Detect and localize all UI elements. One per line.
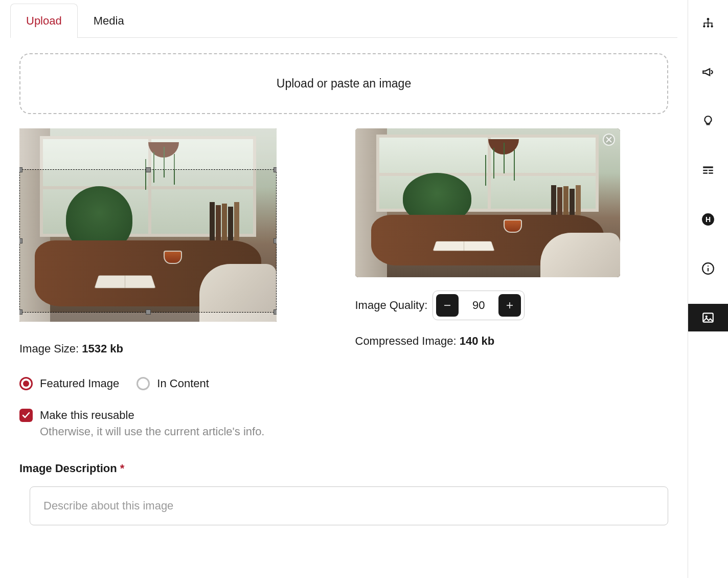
rows-icon xyxy=(701,164,715,177)
lightbulb-icon xyxy=(701,115,715,128)
close-icon xyxy=(606,137,612,143)
crop-handle-ml[interactable] xyxy=(19,238,22,243)
svg-rect-6 xyxy=(704,23,705,25)
quality-value: 90 xyxy=(461,299,496,312)
placement-radio-group: Featured Image In Content xyxy=(10,377,677,390)
svg-rect-13 xyxy=(703,170,708,171)
headings-button[interactable]: H xyxy=(688,206,728,233)
sitemap-button[interactable] xyxy=(688,9,728,37)
right-sidebar: H xyxy=(688,0,728,578)
upload-dropzone[interactable]: Upload or paste an image xyxy=(19,53,668,114)
image-size-value: 1532 kb xyxy=(82,342,123,355)
svg-point-10 xyxy=(707,25,709,27)
svg-rect-16 xyxy=(709,172,713,173)
svg-point-21 xyxy=(708,265,709,266)
sections-button[interactable] xyxy=(688,157,728,184)
svg-point-23 xyxy=(706,316,708,318)
reusable-hint: Otherwise, it will use the current artic… xyxy=(10,422,677,438)
compressed-size-value: 140 kb xyxy=(460,335,495,347)
description-label: Image Description * xyxy=(10,462,677,475)
svg-point-9 xyxy=(703,25,705,27)
announce-button[interactable] xyxy=(688,58,728,86)
crop-shade xyxy=(19,128,277,169)
radio-label: In Content xyxy=(157,377,209,390)
compressed-size-line: Compressed Image: 140 kb xyxy=(355,335,669,348)
radio-dot-icon xyxy=(19,377,33,390)
tab-upload[interactable]: Upload xyxy=(10,4,78,38)
image-description-input[interactable] xyxy=(30,486,668,525)
crop-handle-bm[interactable] xyxy=(146,309,151,315)
info-icon xyxy=(701,262,715,275)
crop-handle-bl[interactable] xyxy=(19,309,22,315)
crop-handle-br[interactable] xyxy=(274,309,277,315)
megaphone-icon xyxy=(701,65,715,79)
image-quality-label: Image Quality: xyxy=(355,299,428,312)
original-image-column: Image Size: 1532 kb xyxy=(19,128,333,355)
h-badge-icon: H xyxy=(701,213,715,226)
preview-image-column: Image Quality: 90 Compressed Image: 140 … xyxy=(355,128,669,355)
svg-rect-2 xyxy=(510,302,511,308)
svg-text:H: H xyxy=(706,215,711,224)
plus-icon xyxy=(505,301,514,310)
crop-handle-mr[interactable] xyxy=(274,238,277,243)
reusable-checkbox[interactable] xyxy=(19,409,33,422)
compressed-size-label: Compressed Image: xyxy=(355,335,460,347)
image-icon xyxy=(701,311,715,324)
minus-icon xyxy=(443,301,452,310)
tabs: Upload Media xyxy=(10,3,677,38)
image-cropper[interactable] xyxy=(19,128,277,322)
info-button[interactable] xyxy=(688,255,728,282)
remove-preview-button[interactable] xyxy=(603,134,615,146)
radio-in-content[interactable]: In Content xyxy=(136,377,209,390)
image-size-line: Image Size: 1532 kb xyxy=(19,342,333,355)
check-icon xyxy=(22,411,30,419)
svg-rect-15 xyxy=(703,172,708,173)
svg-rect-12 xyxy=(703,166,713,168)
svg-rect-14 xyxy=(709,170,713,171)
crop-handle-tr[interactable] xyxy=(274,167,277,172)
radio-dot-icon xyxy=(136,377,150,390)
svg-rect-7 xyxy=(708,23,709,25)
upload-panel: Upload Media Upload or paste an image xyxy=(0,0,688,578)
image-panel-button[interactable] xyxy=(688,304,728,331)
ideas-button[interactable] xyxy=(688,107,728,135)
image-size-label: Image Size: xyxy=(19,342,82,355)
reusable-label: Make this reusable xyxy=(40,409,134,422)
compressed-preview xyxy=(355,128,620,277)
svg-rect-8 xyxy=(712,23,713,25)
quality-increase-button[interactable] xyxy=(498,294,521,317)
crop-handle-tl[interactable] xyxy=(19,167,22,172)
sitemap-icon xyxy=(701,16,715,30)
svg-point-3 xyxy=(707,18,710,20)
preview-image xyxy=(355,128,620,277)
radio-featured-image[interactable]: Featured Image xyxy=(19,377,119,390)
svg-point-11 xyxy=(711,25,713,27)
radio-label: Featured Image xyxy=(40,377,119,390)
tab-media[interactable]: Media xyxy=(78,4,140,38)
quality-decrease-button[interactable] xyxy=(436,294,459,317)
quality-stepper: 90 xyxy=(433,291,525,320)
required-mark: * xyxy=(120,462,125,475)
crop-selection[interactable] xyxy=(19,169,277,313)
crop-handle-tm[interactable] xyxy=(146,167,151,172)
svg-rect-0 xyxy=(444,305,450,306)
